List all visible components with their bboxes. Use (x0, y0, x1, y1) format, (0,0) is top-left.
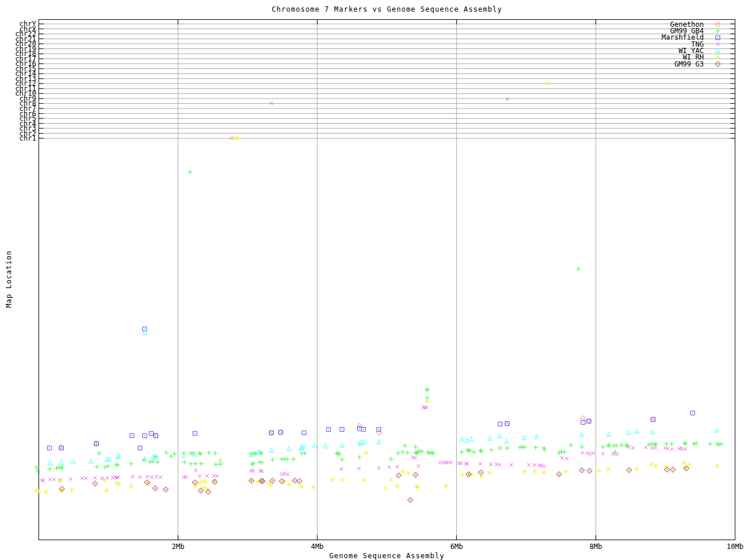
x-tick-label: 10Mb (727, 542, 743, 551)
series-tng (40, 97, 687, 482)
x-tick-label: 8Mb (589, 542, 602, 551)
legend-marker (715, 55, 720, 60)
x-tick-label: 4Mb (311, 542, 324, 551)
data-points (34, 170, 724, 474)
legend-label: GM99 G3 (674, 60, 704, 68)
series-marshfield (48, 327, 695, 450)
data-points (60, 466, 689, 503)
legend-marker (715, 22, 721, 27)
legend-marker (715, 29, 720, 33)
data-points (59, 416, 656, 450)
chart-canvas: Chromosome 7 Markers vs Genome Sequence … (0, 0, 747, 560)
plot-border (39, 20, 735, 540)
x-tick-label: 6Mb (450, 542, 463, 551)
series-gm99-g3 (60, 466, 689, 503)
series-wi-yac (48, 331, 719, 466)
data-points (48, 331, 719, 466)
data-points (40, 97, 687, 482)
plot-area: chrYchrXchr22chr21chr20chr19chr18chr17ch… (0, 0, 747, 560)
legend: GenethonGM99 GB4MarshfieldTNGWI YACWI RH… (662, 20, 721, 68)
y-tick-label: chr1 (19, 134, 36, 142)
series-genethon (59, 416, 656, 450)
series-gm99-gb4 (34, 170, 724, 474)
legend-marker (716, 43, 720, 46)
data-points (48, 327, 695, 450)
x-tick-label: 2Mb (172, 542, 184, 551)
